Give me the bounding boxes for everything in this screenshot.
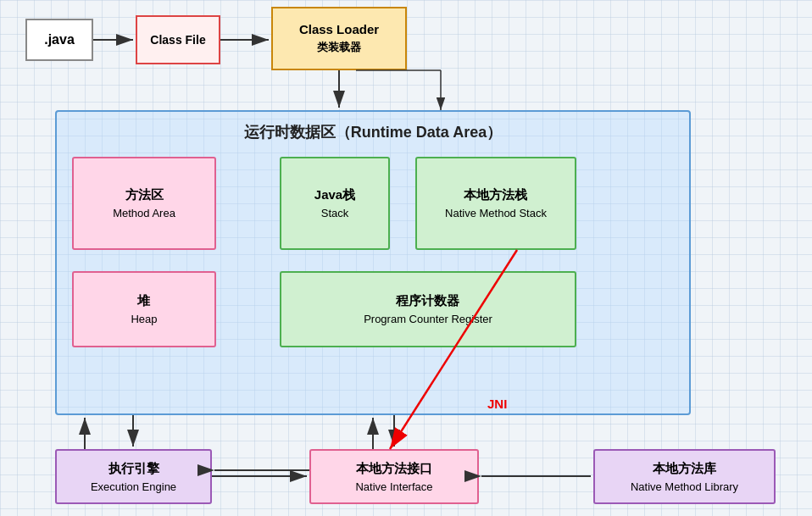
method-area-cn: 方法区 xyxy=(125,187,164,203)
jni-label: JNI xyxy=(487,397,507,411)
runtime-area-title: 运行时数据区（Runtime Data Area） xyxy=(57,122,689,142)
heap-en: Heap xyxy=(131,313,157,325)
diagram-container: .java Class File Class Loader 类装载器 运行时数据… xyxy=(0,0,812,516)
java-stack-cn: Java栈 xyxy=(314,187,355,203)
native-interface-cn: 本地方法接口 xyxy=(356,461,432,477)
native-stack-cn: 本地方法栈 xyxy=(464,187,527,203)
java-stack-en: Stack xyxy=(321,207,349,219)
native-interface-en: Native Interface xyxy=(355,480,432,493)
pc-register-cn: 程序计数器 xyxy=(396,293,459,309)
exec-engine-box: 执行引擎 Execution Engine xyxy=(55,449,212,504)
class-loader-label-en: Class Loader xyxy=(299,22,379,36)
pc-register-box: 程序计数器 Program Counter Register xyxy=(280,271,576,347)
native-interface-box: 本地方法接口 Native Interface xyxy=(309,449,479,504)
method-area-box: 方法区 Method Area xyxy=(72,157,216,250)
pc-register-en: Program Counter Register xyxy=(364,313,492,325)
method-area-en: Method Area xyxy=(113,207,175,219)
heap-cn: 堆 xyxy=(137,293,150,309)
class-loader-box: Class Loader 类装载器 xyxy=(271,7,407,70)
runtime-area-box: 运行时数据区（Runtime Data Area） xyxy=(55,110,691,415)
native-lib-box: 本地方法库 Native Method Library xyxy=(593,449,776,504)
java-source-box: .java xyxy=(25,19,93,61)
exec-engine-cn: 执行引擎 xyxy=(108,461,159,477)
heap-box: 堆 Heap xyxy=(72,271,216,347)
native-lib-cn: 本地方法库 xyxy=(653,461,716,477)
native-stack-en: Native Method Stack xyxy=(445,207,547,219)
class-loader-label-cn: 类装载器 xyxy=(317,40,361,55)
class-file-box: Class File xyxy=(136,15,220,64)
exec-engine-en: Execution Engine xyxy=(91,480,176,493)
native-stack-box: 本地方法栈 Native Method Stack xyxy=(415,157,576,250)
native-lib-en: Native Method Library xyxy=(631,480,738,493)
java-source-label: .java xyxy=(44,32,75,47)
java-stack-box: Java栈 Stack xyxy=(280,157,390,250)
class-file-label: Class File xyxy=(150,33,205,47)
